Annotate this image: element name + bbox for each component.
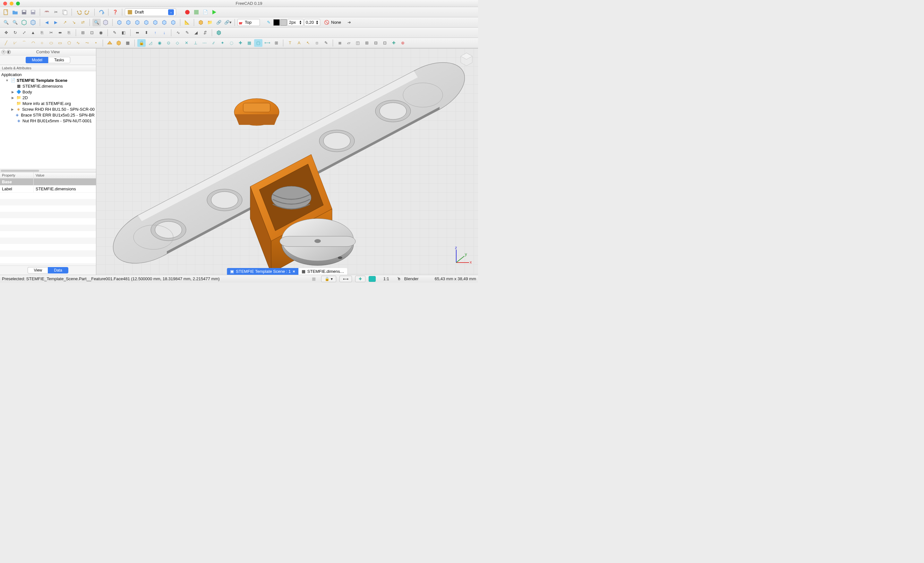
macro-list-button[interactable]: 📄 [201,8,210,16]
isometric-view-button[interactable] [20,19,28,26]
dimension-button[interactable]: A [295,39,303,47]
view-front-button[interactable] [115,19,123,26]
snap-parallel-button[interactable]: ⫽ [209,39,218,47]
trimex-button[interactable]: ✂ [47,29,55,37]
snap-ortho-button[interactable]: ✚ [236,39,244,47]
tree-scrollbar[interactable] [0,169,96,172]
line-button[interactable]: ╱ [2,39,10,47]
shapestring-button[interactable] [114,39,123,47]
macro-stop-button[interactable] [192,8,201,16]
link-go-button[interactable]: ↗ [61,19,69,26]
tab-model[interactable]: Model [26,57,48,63]
bspline-button[interactable]: ∿ [74,39,82,47]
part-icon[interactable] [196,19,205,26]
nav-back-button[interactable]: ◀ [43,19,51,26]
draft-to-sketch-button[interactable]: ✎ [183,29,191,37]
axonometric-button[interactable] [29,19,37,26]
point-button[interactable]: • [92,39,100,47]
wire-button[interactable]: ⩗ [11,39,19,47]
link-button[interactable] [43,8,51,16]
label-button[interactable]: ↖ [304,39,312,47]
snap-near-button[interactable]: ◌ [227,39,236,47]
view-cube-button[interactable] [101,19,110,26]
navigation-cube[interactable] [458,51,476,69]
save-button[interactable] [20,8,28,16]
view-bottom-button[interactable] [151,19,159,26]
dimension-style-button[interactable]: ✎ [322,39,330,47]
fit-selection-button[interactable]: 🔍 [11,19,19,26]
subelement-button[interactable]: ◧ [119,29,128,37]
annotation-styles-button[interactable]: ⎅ [313,39,321,47]
nav-forward-button[interactable]: ▶ [52,19,60,26]
tab-tasks[interactable]: Tasks [48,57,70,63]
array-button[interactable]: ⊞ [79,29,87,37]
tab-data[interactable]: Data [48,267,68,273]
ellipse-button[interactable]: ⬭ [47,39,55,47]
link-make-button[interactable]: 🔗 [214,19,223,26]
redo-button[interactable] [83,8,92,16]
snap-midpoint-button[interactable]: ◉ [155,39,164,47]
line-scale-input[interactable]: 0,20▲▼ [304,19,320,26]
mirror-button[interactable]: ▲ [29,29,37,37]
working-plane-proxy-button[interactable]: ▱ [345,39,353,47]
workingplane-status[interactable] [369,276,376,282]
tree-item[interactable]: ▶🔷Body [0,89,96,95]
snap-angle-button[interactable]: ◇ [173,39,182,47]
offset-button[interactable]: ⎘ [38,29,46,37]
face-color-swatch[interactable] [280,19,287,26]
edit-button[interactable]: ✎ [110,29,119,37]
tab-view[interactable]: View [28,267,48,273]
working-plane-selector[interactable]: Top [237,19,260,26]
snap-workingplane-button[interactable]: ▢ [254,39,262,47]
whats-this-button[interactable]: ❓ [111,8,119,16]
flip-dimension-button[interactable]: ⇵ [201,29,209,37]
text-button[interactable]: T [286,39,294,47]
snap-perpendicular-button[interactable]: ⊥ [191,39,200,47]
layer-button[interactable]: ≣ [336,39,344,47]
measure-button[interactable]: 📐 [183,19,191,26]
cut-button[interactable]: ✂︎ [52,8,60,16]
polygon-button[interactable]: ⬠ [65,39,73,47]
macro-play-button[interactable] [210,8,219,16]
workbench-selector[interactable]: Draft ⌄ [125,8,176,16]
zoom-box-button[interactable]: 🔍 [92,19,101,26]
add-construction-button[interactable]: ⊡ [381,39,389,47]
join-button[interactable]: ⬌ [133,29,141,37]
close-window-button[interactable] [3,2,7,6]
slope-button[interactable]: ◢ [192,29,200,37]
panel-close-icon[interactable]: × [1,50,6,54]
wire-to-bspline-button[interactable]: ∿ [174,29,182,37]
maximize-window-button[interactable] [16,2,20,6]
snap-dimensions-button[interactable]: ⟷ [263,39,272,47]
snap-special-button[interactable]: ✦ [218,39,226,47]
snap-center-button[interactable]: ⊙ [164,39,172,47]
clone-button[interactable]: ⎘ [65,29,73,37]
refresh-button[interactable] [97,8,105,16]
macro-record-button[interactable] [183,8,192,16]
tree-item[interactable]: ▼📄STEMFIE Template Scene [0,77,96,83]
save-as-button[interactable] [29,8,37,16]
style-button[interactable]: ⊕ [399,39,407,47]
heal-button[interactable]: ✚ [390,39,398,47]
line-width-input[interactable]: 2px▲▼ [288,19,303,26]
dimension-status[interactable]: ⟷ [339,276,352,282]
path-array-button[interactable]: ⊡ [88,29,96,37]
link-sub-button[interactable]: ↘ [70,19,78,26]
3d-viewport[interactable]: x z y ▣ STEMFIE Template Scene : 1 × ▦ S… [96,48,478,275]
grid-toggle-button[interactable]: ▦ [310,275,318,283]
tree-item[interactable]: ▶◈Screw RHD RH BU1.50 - SPN-SCR-00 [0,106,96,112]
tree-item[interactable]: ◈Nut RH BU01x5mm - SPN-NUT-0001 [0,118,96,123]
shape2dview-button[interactable] [214,29,223,37]
view-rear-button[interactable] [142,19,150,26]
close-tab-button[interactable]: × [292,269,295,274]
exit-button[interactable]: ➜ [345,19,353,26]
snap-endpoint-button[interactable]: ◿ [146,39,154,47]
view-top-button[interactable] [124,19,132,26]
add-to-group-button[interactable]: ⊞ [363,39,371,47]
property-row[interactable]: Label STEMFIE.dimensions [0,186,96,192]
undo-button[interactable] [74,8,83,16]
new-file-button[interactable] [2,8,10,16]
autogroup-selector[interactable]: 🚫 None [321,20,344,25]
view-rotate-button[interactable] [169,19,177,26]
nav-style[interactable]: Blender [404,276,418,281]
